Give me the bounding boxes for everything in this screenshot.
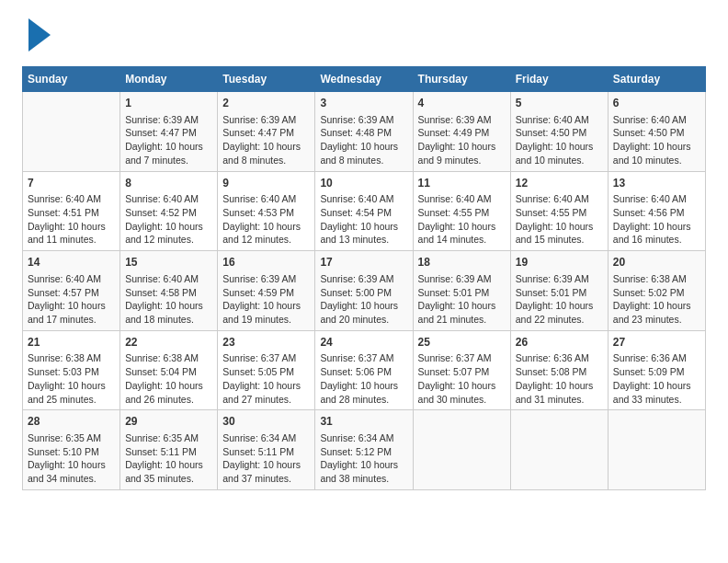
day-detail: Sunrise: 6:39 AM Sunset: 4:49 PM Dayligh…: [418, 113, 506, 167]
day-detail: Sunrise: 6:39 AM Sunset: 5:00 PM Dayligh…: [320, 272, 407, 327]
calendar-cell: 13Sunrise: 6:40 AM Sunset: 4:56 PM Dayli…: [608, 171, 705, 251]
day-number: 13: [613, 176, 700, 191]
day-detail: Sunrise: 6:40 AM Sunset: 4:50 PM Dayligh…: [613, 113, 700, 167]
day-number: 18: [418, 255, 506, 270]
calendar-row-2: 7Sunrise: 6:40 AM Sunset: 4:51 PM Daylig…: [23, 171, 706, 251]
day-detail: Sunrise: 6:40 AM Sunset: 4:53 PM Dayligh…: [222, 192, 310, 247]
calendar-cell: 12Sunrise: 6:40 AM Sunset: 4:55 PM Dayli…: [510, 171, 608, 251]
calendar-cell: 10Sunrise: 6:40 AM Sunset: 4:54 PM Dayli…: [315, 171, 413, 251]
calendar-cell: 3Sunrise: 6:39 AM Sunset: 4:48 PM Daylig…: [315, 92, 413, 172]
day-number: 10: [320, 176, 407, 191]
day-number: 3: [320, 96, 407, 111]
calendar-cell: 18Sunrise: 6:39 AM Sunset: 5:01 PM Dayli…: [413, 251, 510, 331]
calendar-cell: 22Sunrise: 6:38 AM Sunset: 5:04 PM Dayli…: [120, 330, 218, 410]
calendar-cell: [510, 410, 608, 490]
day-detail: Sunrise: 6:40 AM Sunset: 4:58 PM Dayligh…: [125, 272, 212, 327]
calendar-cell: 24Sunrise: 6:37 AM Sunset: 5:06 PM Dayli…: [315, 330, 413, 410]
day-number: 23: [222, 335, 310, 350]
logo-icon: [25, 18, 51, 55]
day-number: 2: [222, 96, 310, 111]
day-number: 4: [418, 96, 506, 111]
day-detail: Sunrise: 6:39 AM Sunset: 5:01 PM Dayligh…: [516, 272, 603, 327]
day-number: 22: [125, 335, 212, 350]
day-detail: Sunrise: 6:40 AM Sunset: 4:55 PM Dayligh…: [418, 192, 506, 247]
calendar-row-4: 21Sunrise: 6:38 AM Sunset: 5:03 PM Dayli…: [23, 330, 706, 410]
calendar-cell: 31Sunrise: 6:34 AM Sunset: 5:12 PM Dayli…: [315, 410, 413, 490]
column-header-tuesday: Tuesday: [218, 67, 315, 92]
calendar-cell: 1Sunrise: 6:39 AM Sunset: 4:47 PM Daylig…: [120, 92, 218, 172]
calendar-cell: 6Sunrise: 6:40 AM Sunset: 4:50 PM Daylig…: [608, 92, 705, 172]
column-header-wednesday: Wednesday: [315, 67, 413, 92]
day-detail: Sunrise: 6:40 AM Sunset: 4:56 PM Dayligh…: [613, 192, 700, 247]
calendar-cell: 5Sunrise: 6:40 AM Sunset: 4:50 PM Daylig…: [510, 92, 608, 172]
calendar-cell: 2Sunrise: 6:39 AM Sunset: 4:47 PM Daylig…: [218, 92, 315, 172]
day-detail: Sunrise: 6:40 AM Sunset: 4:52 PM Dayligh…: [125, 192, 212, 247]
day-detail: Sunrise: 6:39 AM Sunset: 5:01 PM Dayligh…: [418, 272, 506, 327]
calendar-cell: 23Sunrise: 6:37 AM Sunset: 5:05 PM Dayli…: [218, 330, 315, 410]
svg-marker-0: [28, 18, 51, 52]
day-detail: Sunrise: 6:34 AM Sunset: 5:11 PM Dayligh…: [222, 431, 310, 486]
day-number: 14: [28, 255, 115, 270]
day-detail: Sunrise: 6:39 AM Sunset: 4:48 PM Dayligh…: [320, 113, 407, 167]
day-number: 7: [28, 176, 115, 191]
day-number: 31: [320, 414, 407, 430]
calendar-cell: 20Sunrise: 6:38 AM Sunset: 5:02 PM Dayli…: [608, 251, 705, 331]
calendar-cell: 8Sunrise: 6:40 AM Sunset: 4:52 PM Daylig…: [120, 171, 218, 251]
calendar-cell: 28Sunrise: 6:35 AM Sunset: 5:10 PM Dayli…: [23, 410, 120, 490]
column-header-friday: Friday: [510, 67, 608, 92]
calendar-cell: 30Sunrise: 6:34 AM Sunset: 5:11 PM Dayli…: [218, 410, 315, 490]
calendar-cell: 21Sunrise: 6:38 AM Sunset: 5:03 PM Dayli…: [23, 330, 120, 410]
calendar-row-5: 28Sunrise: 6:35 AM Sunset: 5:10 PM Dayli…: [23, 410, 706, 490]
column-header-sunday: Sunday: [23, 67, 120, 92]
day-number: 6: [613, 96, 700, 111]
calendar-cell: [608, 410, 705, 490]
day-detail: Sunrise: 6:39 AM Sunset: 4:47 PM Dayligh…: [125, 113, 212, 167]
day-detail: Sunrise: 6:35 AM Sunset: 5:11 PM Dayligh…: [125, 431, 212, 486]
day-detail: Sunrise: 6:36 AM Sunset: 5:09 PM Dayligh…: [613, 351, 700, 406]
day-number: 26: [516, 335, 603, 350]
calendar-cell: [413, 410, 510, 490]
day-detail: Sunrise: 6:35 AM Sunset: 5:10 PM Dayligh…: [28, 431, 115, 486]
calendar-cell: 14Sunrise: 6:40 AM Sunset: 4:57 PM Dayli…: [23, 251, 120, 331]
column-header-thursday: Thursday: [413, 67, 510, 92]
day-number: 28: [28, 414, 115, 430]
day-number: 25: [418, 335, 506, 350]
day-number: 20: [613, 255, 700, 270]
day-number: 9: [222, 176, 310, 191]
day-detail: Sunrise: 6:40 AM Sunset: 4:51 PM Dayligh…: [28, 192, 115, 247]
logo: [22, 18, 51, 55]
calendar-cell: 26Sunrise: 6:36 AM Sunset: 5:08 PM Dayli…: [510, 330, 608, 410]
day-detail: Sunrise: 6:39 AM Sunset: 4:59 PM Dayligh…: [222, 272, 310, 327]
day-detail: Sunrise: 6:34 AM Sunset: 5:12 PM Dayligh…: [320, 431, 407, 486]
day-detail: Sunrise: 6:36 AM Sunset: 5:08 PM Dayligh…: [516, 351, 603, 406]
calendar-cell: 29Sunrise: 6:35 AM Sunset: 5:11 PM Dayli…: [120, 410, 218, 490]
day-number: 27: [613, 335, 700, 350]
day-detail: Sunrise: 6:40 AM Sunset: 4:50 PM Dayligh…: [516, 113, 603, 167]
calendar-cell: 19Sunrise: 6:39 AM Sunset: 5:01 PM Dayli…: [510, 251, 608, 331]
day-number: 21: [28, 335, 115, 350]
calendar-row-1: 1Sunrise: 6:39 AM Sunset: 4:47 PM Daylig…: [23, 92, 706, 172]
day-number: 1: [125, 96, 212, 111]
header: [22, 18, 706, 55]
day-number: 24: [320, 335, 407, 350]
day-number: 17: [320, 255, 407, 270]
day-detail: Sunrise: 6:40 AM Sunset: 4:57 PM Dayligh…: [28, 272, 115, 327]
calendar-cell: 16Sunrise: 6:39 AM Sunset: 4:59 PM Dayli…: [218, 251, 315, 331]
calendar-cell: 7Sunrise: 6:40 AM Sunset: 4:51 PM Daylig…: [23, 171, 120, 251]
day-number: 16: [222, 255, 310, 270]
day-number: 8: [125, 176, 212, 191]
day-detail: Sunrise: 6:38 AM Sunset: 5:04 PM Dayligh…: [125, 351, 212, 406]
column-header-saturday: Saturday: [608, 67, 705, 92]
day-detail: Sunrise: 6:40 AM Sunset: 4:55 PM Dayligh…: [516, 192, 603, 247]
day-detail: Sunrise: 6:38 AM Sunset: 5:03 PM Dayligh…: [28, 351, 115, 406]
day-number: 5: [516, 96, 603, 111]
calendar-cell: [23, 92, 120, 172]
column-header-monday: Monday: [120, 67, 218, 92]
day-number: 29: [125, 414, 212, 430]
day-detail: Sunrise: 6:38 AM Sunset: 5:02 PM Dayligh…: [613, 272, 700, 327]
calendar-cell: 15Sunrise: 6:40 AM Sunset: 4:58 PM Dayli…: [120, 251, 218, 331]
day-detail: Sunrise: 6:37 AM Sunset: 5:05 PM Dayligh…: [222, 351, 310, 406]
calendar-cell: 4Sunrise: 6:39 AM Sunset: 4:49 PM Daylig…: [413, 92, 510, 172]
calendar-cell: 11Sunrise: 6:40 AM Sunset: 4:55 PM Dayli…: [413, 171, 510, 251]
calendar-cell: 9Sunrise: 6:40 AM Sunset: 4:53 PM Daylig…: [218, 171, 315, 251]
